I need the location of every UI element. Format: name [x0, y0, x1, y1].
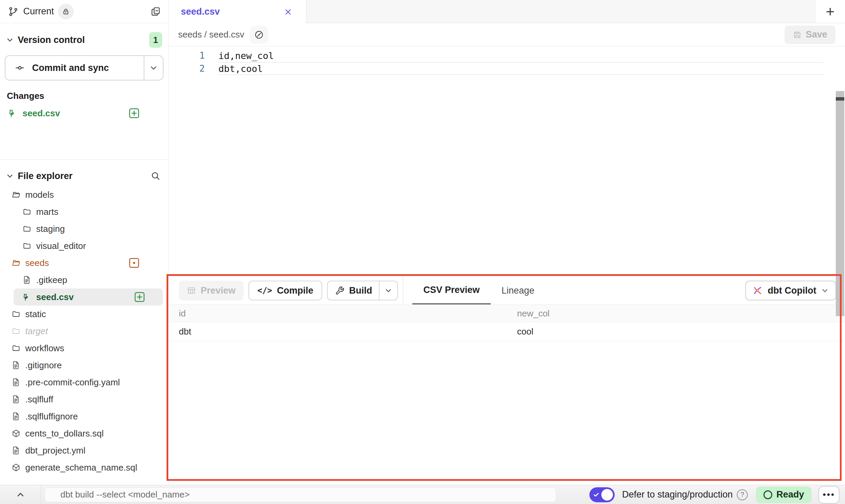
new-tab-button[interactable]: +	[815, 0, 845, 23]
seedling-icon	[23, 293, 31, 301]
tree-item-marts[interactable]: marts	[0, 203, 168, 220]
dbt-ide-app: Current Version control 1	[0, 0, 845, 504]
version-control-title: Version control	[18, 35, 85, 45]
table-icon	[187, 286, 196, 295]
tabbar-filler	[306, 0, 815, 23]
more-options-button[interactable]: •••	[818, 486, 840, 504]
chevron-down-icon	[149, 64, 158, 72]
editor-scrollbar-thumb[interactable]	[836, 97, 844, 101]
tree-item-sqlfluff[interactable]: .sqlfluff	[0, 391, 168, 408]
table-header-row: id new_col	[169, 305, 845, 322]
tree-item-gitignore[interactable]: .gitignore	[0, 357, 168, 374]
search-icon[interactable]	[151, 171, 161, 181]
toolbar-divider	[403, 277, 403, 304]
folder-icon	[23, 207, 31, 216]
table-cell: cool	[507, 326, 845, 337]
column-header: id	[169, 308, 507, 319]
preview-button[interactable]: Preview	[179, 281, 244, 300]
table-cell: dbt	[169, 326, 507, 337]
stage-file-icon[interactable]	[134, 292, 145, 302]
lock-icon	[62, 8, 70, 15]
save-button[interactable]: Save	[785, 26, 835, 44]
chevron-down-icon	[821, 287, 829, 294]
tree-item-staging[interactable]: staging	[0, 220, 168, 237]
file-icon	[23, 276, 31, 284]
git-branch-icon	[8, 6, 18, 17]
compile-button[interactable]: </> Compile	[248, 281, 322, 300]
tree-item-static[interactable]: static	[0, 306, 168, 323]
tree-item-generate-schema-name[interactable]: generate_schema_name.sql	[0, 459, 168, 476]
command-input[interactable]	[44, 487, 556, 502]
version-control-header[interactable]: Version control 1	[0, 23, 168, 48]
stage-file-icon[interactable]	[129, 108, 140, 119]
tree-item-pre-commit-config[interactable]: .pre-commit-config.yaml	[0, 374, 168, 391]
file-explorer-header[interactable]: File explorer	[0, 160, 168, 186]
changed-file-row[interactable]: seed.csv	[0, 104, 168, 122]
chevron-down-icon	[6, 36, 14, 44]
build-button[interactable]: Build	[328, 281, 379, 300]
branch-lock-badge	[58, 4, 74, 19]
code-editor[interactable]: 1 id,new_col 2 dbt,cool	[169, 46, 845, 276]
status-circle-icon	[763, 490, 772, 499]
seedling-icon	[8, 108, 18, 118]
file-icon	[12, 378, 20, 387]
editor-tabbar: seed.csv +	[169, 0, 845, 23]
version-control-section: Version control 1 Commit and sync	[0, 23, 168, 160]
tree-item-gitkeep[interactable]: .gitkeep	[0, 271, 168, 288]
help-icon[interactable]: ?	[737, 489, 748, 500]
commit-and-sync-button[interactable]: Commit and sync	[5, 55, 163, 80]
results-panel: Preview </> Compile Build	[169, 276, 845, 485]
tree-item-cents-to-dollars[interactable]: cents_to_dollars.sql	[0, 425, 168, 442]
file-explorer-section: File explorer models marts	[0, 160, 168, 485]
tab-seed-csv[interactable]: seed.csv	[169, 0, 306, 24]
plus-icon: +	[826, 3, 835, 20]
dbt-copilot-label: dbt Copilot	[768, 285, 816, 296]
commit-options-caret[interactable]	[144, 56, 163, 80]
dbt-copilot-button[interactable]: dbt Copilot	[745, 281, 836, 300]
file-icon	[12, 412, 20, 421]
folder-icon	[12, 344, 20, 353]
modified-indicator-icon	[129, 257, 140, 268]
close-tab-icon[interactable]	[284, 8, 292, 16]
file-icon	[12, 361, 20, 370]
content-row: Current Version control 1	[0, 0, 845, 485]
tree-item-models[interactable]: models	[0, 186, 168, 203]
model-cube-icon	[12, 463, 20, 472]
main-area: seed.csv + seeds / seed.csv Save	[169, 0, 845, 485]
tree-item-workflows[interactable]: workflows	[0, 340, 168, 357]
folder-icon	[12, 310, 20, 318]
defer-toggle[interactable]	[589, 487, 615, 502]
changes-count-badge: 1	[149, 32, 162, 48]
file-icon	[12, 446, 20, 455]
tree-item-sqlfluffignore[interactable]: .sqlfluffignore	[0, 408, 168, 425]
tree-item-dbt-project-yml[interactable]: dbt_project.yml	[0, 442, 168, 459]
ready-label: Ready	[776, 489, 804, 500]
compass-icon	[254, 30, 264, 40]
folder-open-icon	[12, 258, 20, 267]
line-text: dbt,cool	[218, 62, 823, 75]
tree-item-target[interactable]: target	[0, 323, 168, 340]
tree-item-seed-csv[interactable]: seed.csv	[14, 288, 163, 306]
tab-lineage[interactable]: Lineage	[491, 277, 545, 305]
code-line-2[interactable]: 2 dbt,cool	[169, 62, 845, 75]
build-options-caret[interactable]	[379, 281, 397, 300]
tree-item-visual-editor[interactable]: visual_editor	[0, 237, 168, 254]
commit-and-sync-main[interactable]: Commit and sync	[5, 56, 144, 80]
changed-file-name: seed.csv	[23, 108, 60, 119]
commit-and-sync-label: Commit and sync	[32, 63, 109, 73]
changes-title: Changes	[7, 91, 168, 101]
chevron-down-icon	[6, 172, 14, 180]
ellipsis-icon: •••	[823, 489, 835, 500]
docs-compass-button[interactable]	[250, 26, 268, 44]
duplicate-files-icon[interactable]	[151, 6, 161, 17]
editor-scrollbar[interactable]	[836, 91, 844, 316]
command-bar-collapse-button[interactable]	[0, 485, 41, 504]
code-line-1[interactable]: 1 id,new_col	[169, 49, 845, 62]
tab-csv-preview[interactable]: CSV Preview	[412, 277, 490, 305]
file-explorer-title: File explorer	[18, 171, 151, 181]
tree-item-seeds[interactable]: seeds	[0, 254, 168, 271]
status-bar-right: Defer to staging/production ? Ready •••	[589, 486, 840, 504]
branch-name: Current	[23, 6, 54, 17]
panel-tabs: CSV Preview Lineage	[412, 277, 545, 305]
build-label: Build	[349, 285, 372, 296]
